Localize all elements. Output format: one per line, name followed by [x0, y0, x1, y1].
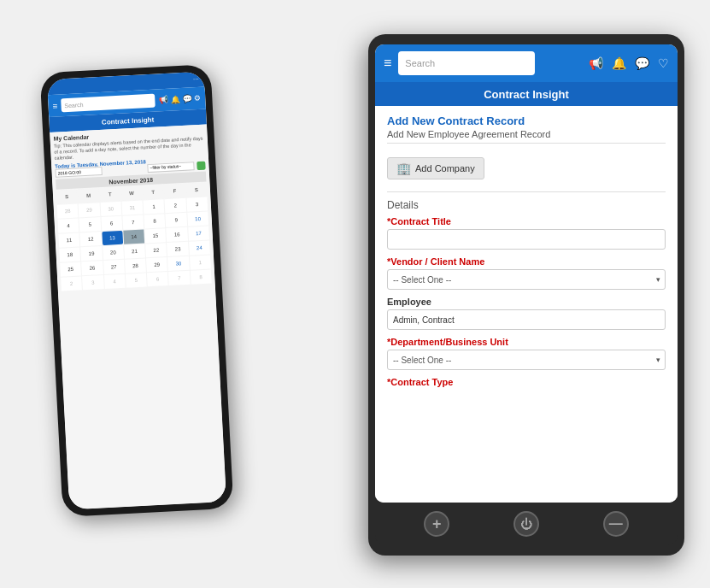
phone-menu-icon[interactable]: ≡ — [52, 101, 57, 110]
cal-cell[interactable]: 29 — [146, 258, 167, 273]
phone-calendar-title: November 2018 — [109, 177, 153, 185]
vendor-select[interactable]: -- Select One -- — [387, 269, 666, 290]
cal-cell[interactable]: 17 — [188, 226, 209, 241]
tablet-breadcrumb-sub: Add New Employee Agreement Record — [387, 129, 666, 139]
cal-cell[interactable]: 29 — [79, 203, 100, 218]
add-company-icon: 🏢 — [396, 162, 411, 175]
tablet-divider-1 — [387, 143, 666, 144]
vendor-name-label: *Vendor / Client Name — [387, 256, 666, 267]
phone-megaphone-icon[interactable]: 📢 — [158, 96, 168, 105]
phone-calendar-grid: S M T W T F S 28 29 30 31 1 2 3 4 — [56, 183, 212, 291]
cal-header-sat: S — [185, 183, 207, 197]
cal-cell[interactable]: 30 — [167, 256, 189, 271]
phone-bell-icon[interactable]: 🔔 — [170, 95, 180, 104]
cal-cell[interactable]: 7 — [122, 215, 144, 230]
tablet-minus-button[interactable]: — — [603, 511, 629, 537]
cal-header-tue: T — [99, 187, 120, 202]
phone-header-title: Contract Insight — [102, 115, 155, 126]
contract-title-input[interactable] — [387, 229, 666, 250]
tablet-bell-icon[interactable]: 🔔 — [612, 56, 626, 70]
cal-cell[interactable]: 20 — [103, 245, 124, 260]
tablet-power-button[interactable]: ⏻ — [513, 511, 539, 537]
tablet-chat-icon[interactable]: 💬 — [635, 56, 649, 70]
phone-screen: ⋯ ≡ Search 📢 🔔 💬 ⚙ Contract Insight — [47, 72, 226, 510]
cal-cell[interactable]: 1 — [144, 200, 165, 215]
cal-cell[interactable]: 28 — [57, 204, 79, 219]
contract-title-label: *Contract Title — [387, 216, 666, 226]
cal-cell[interactable]: 5 — [126, 273, 147, 288]
phone-topbar-icons: 📢 🔔 💬 ⚙ — [158, 94, 201, 105]
phone-settings-icon[interactable]: ⚙ — [194, 94, 202, 103]
cal-cell[interactable]: 8 — [191, 270, 212, 285]
cal-cell[interactable]: 23 — [167, 242, 189, 256]
cal-cell[interactable]: 22 — [145, 244, 167, 258]
cal-cell[interactable]: 15 — [144, 229, 166, 244]
cal-cell[interactable]: 11 — [58, 233, 79, 248]
tablet-screen: ≡ Search 📢 🔔 💬 ♡ Contract Insight Add N — [375, 44, 678, 503]
phone-content: My Calendar Tip: This calendar displays … — [50, 124, 226, 509]
scene: ⋯ ≡ Search 📢 🔔 💬 ⚙ Contract Insight — [0, 0, 710, 588]
cal-header-wed: W — [120, 186, 142, 201]
cal-cell[interactable]: 18 — [59, 248, 80, 262]
tablet-megaphone-icon[interactable]: 📢 — [589, 56, 603, 70]
cal-header-mon: M — [78, 189, 99, 203]
cal-cell[interactable]: 7 — [168, 271, 190, 285]
cal-cell[interactable]: 4 — [104, 274, 126, 289]
cal-header-sun: S — [56, 190, 78, 204]
tablet-content: Add New Contract Record Add New Employee… — [375, 106, 678, 503]
department-select[interactable]: -- Select One -- — [387, 350, 666, 370]
cal-cell[interactable]: 9 — [166, 213, 187, 227]
tablet-app-header: Contract Insight — [375, 82, 678, 106]
department-select-wrap: -- Select One -- — [387, 350, 666, 370]
cal-cell[interactable]: 3 — [82, 275, 103, 290]
add-company-button[interactable]: 🏢 Add Company — [387, 157, 484, 179]
cal-cell[interactable]: 10 — [187, 212, 208, 226]
tablet-divider-2 — [387, 191, 666, 192]
cal-cell[interactable]: 2 — [61, 277, 82, 291]
phone-date-input[interactable] — [55, 167, 102, 178]
tablet-breadcrumb-main: Add New Contract Record — [387, 115, 666, 127]
cal-cell[interactable]: 6 — [101, 216, 122, 231]
vendor-select-wrap: -- Select One -- — [387, 269, 666, 290]
tablet-details-label: Details — [387, 199, 666, 211]
tablet-header-title: Contract Insight — [484, 88, 569, 101]
cal-cell-today[interactable]: 13 — [102, 231, 123, 245]
tablet-search-box[interactable]: Search — [398, 51, 535, 75]
tablet-bottom-bar: + ⏻ — — [375, 503, 678, 545]
cal-cell[interactable]: 26 — [81, 261, 103, 275]
tablet-topbar-icons: 📢 🔔 💬 ♡ — [589, 56, 669, 70]
cal-cell[interactable]: 27 — [103, 260, 125, 274]
phone-chat-icon[interactable]: 💬 — [182, 94, 192, 103]
cal-cell[interactable]: 24 — [189, 241, 210, 256]
cal-cell[interactable]: 3 — [186, 197, 208, 212]
cal-cell[interactable]: 31 — [121, 201, 143, 215]
add-company-label: Add Company — [415, 163, 475, 173]
cal-cell[interactable]: 5 — [79, 218, 101, 232]
cal-cell[interactable]: 4 — [58, 219, 79, 233]
cal-cell[interactable]: 12 — [80, 232, 102, 247]
phone-filter-select[interactable]: ~filter by status~ — [147, 162, 194, 173]
cal-cell[interactable]: 30 — [100, 202, 121, 216]
tablet-top-bar: ≡ Search 📢 🔔 💬 ♡ — [375, 44, 678, 82]
cal-cell[interactable]: 14 — [123, 230, 144, 244]
tablet-menu-icon[interactable]: ≡ — [384, 56, 391, 71]
cal-header-thu: T — [143, 185, 164, 200]
cal-cell[interactable]: 6 — [147, 272, 168, 286]
cal-cell[interactable]: 19 — [81, 247, 103, 262]
department-label: *Department/Business Unit — [387, 337, 666, 347]
cal-cell[interactable]: 16 — [167, 227, 188, 242]
tablet-heart-icon[interactable]: ♡ — [658, 56, 669, 70]
cal-cell[interactable]: 21 — [124, 244, 145, 259]
contract-type-label: *Contract Type — [387, 377, 666, 387]
phone-go-button[interactable] — [197, 162, 206, 171]
tablet-search-placeholder: Search — [405, 58, 435, 68]
employee-input[interactable] — [387, 309, 666, 330]
cal-cell[interactable]: 25 — [60, 262, 81, 277]
phone-search-box[interactable]: Search — [61, 94, 155, 113]
tablet-plus-button[interactable]: + — [424, 511, 449, 537]
cal-cell[interactable]: 8 — [144, 215, 166, 229]
tablet-breadcrumb: Add New Contract Record Add New Employee… — [387, 115, 666, 139]
cal-cell[interactable]: 1 — [190, 256, 211, 270]
cal-cell[interactable]: 2 — [165, 198, 186, 213]
cal-cell[interactable]: 28 — [125, 259, 146, 273]
